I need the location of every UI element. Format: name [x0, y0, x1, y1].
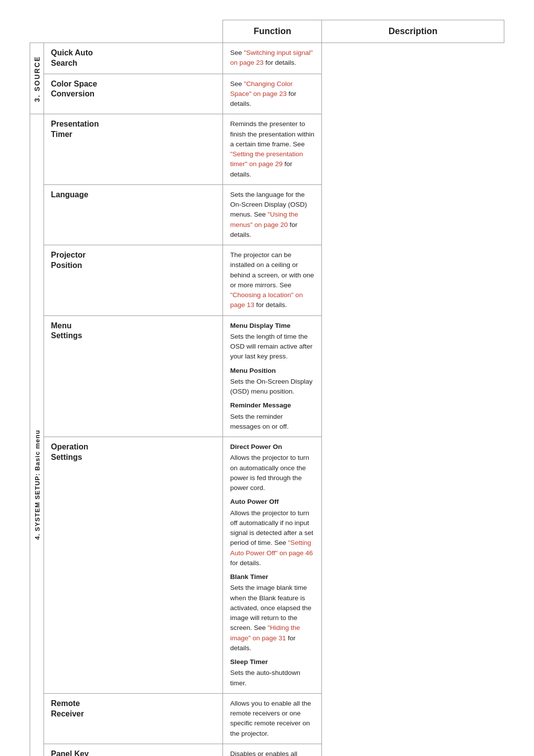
function-panel-key-lock: Panel KeyLock: [44, 744, 223, 756]
link-using-menus[interactable]: "Using the menus" on page 20: [230, 211, 298, 228]
sidebar-system: 4. SYSTEM SETUP: Basic menu: [30, 114, 44, 756]
function-menu-settings: MenuSettings: [44, 315, 223, 437]
main-table: Function Description 3. SOURCE Quick Aut…: [30, 20, 504, 756]
desc-remote-receiver: Allows you to enable all the remote rece…: [223, 693, 322, 744]
desc-panel-key-lock: Disables or enables all panel key functi…: [223, 744, 322, 756]
table-row: MenuSettings Menu Display Time Sets the …: [30, 315, 504, 437]
subsection-title-blank-timer: Blank Timer: [230, 572, 314, 582]
table-row: OperationSettings Direct Power On Allows…: [30, 437, 504, 694]
desc-language: Sets the language for the On-Screen Disp…: [223, 184, 322, 245]
table-row: 4. SYSTEM SETUP: Basic menu Presentation…: [30, 114, 504, 185]
desc-operation-settings: Direct Power On Allows the projector to …: [223, 437, 322, 694]
link-changing-color-space[interactable]: "Changing Color Space" on page 23: [230, 80, 292, 97]
desc-color-space: See "Changing Color Space" on page 23 fo…: [223, 74, 322, 114]
page-content: Function Description 3. SOURCE Quick Aut…: [30, 20, 504, 756]
table-row: Panel KeyLock Disables or enables all pa…: [30, 744, 504, 756]
subsection-direct-power-on: Direct Power On Allows the projector to …: [230, 442, 314, 493]
subsection-text-blank-timer: Sets the image blank time when the Blank…: [230, 584, 311, 652]
table-row: ProjectorPosition The projector can be i…: [30, 245, 504, 316]
header-description: Description: [322, 20, 504, 43]
function-operation-settings: OperationSettings: [44, 437, 223, 694]
desc-presentation-timer: Reminds the presenter to finish the pres…: [223, 114, 322, 185]
subsection-text-auto-power-off: Allows the projector to turn off automat…: [230, 509, 313, 567]
function-language: Language: [44, 184, 223, 245]
table-row: RemoteReceiver Allows you to enable all …: [30, 693, 504, 744]
subsection-text-menu-display-time: Sets the length of time the OSD will rem…: [230, 333, 312, 360]
subsection-title-direct-power-on: Direct Power On: [230, 442, 314, 452]
subsection-reminder-message: Reminder Message Sets the reminder messa…: [230, 400, 314, 432]
subsection-text-reminder-message: Sets the reminder messages on or off.: [230, 413, 288, 430]
subsection-sleep-timer: Sleep Timer Sets the auto-shutdown timer…: [230, 657, 314, 688]
subsection-text-direct-power-on: Allows the projector to turn on automati…: [230, 454, 309, 491]
function-remote-receiver: RemoteReceiver: [44, 693, 223, 744]
link-presentation-timer[interactable]: "Setting the presentation timer" on page…: [230, 150, 303, 168]
link-hiding-image[interactable]: "Hiding the image" on page 31: [230, 624, 300, 641]
header-function: Function: [223, 20, 322, 43]
desc-projector-position: The projector can be installed on a ceil…: [223, 245, 322, 316]
link-auto-power-off[interactable]: "Setting Auto Power Off" on page 46: [230, 539, 312, 556]
function-presentation-timer: PresentationTimer: [44, 114, 223, 185]
subsection-title-sleep-timer: Sleep Timer: [230, 657, 314, 667]
sidebar-source: 3. SOURCE: [30, 43, 44, 114]
subsection-blank-timer: Blank Timer Sets the image blank time wh…: [230, 572, 314, 653]
subsection-menu-position: Menu Position Sets the On-Screen Display…: [230, 366, 314, 397]
function-color-space: Color SpaceConversion: [44, 74, 223, 114]
subsection-menu-display-time: Menu Display Time Sets the length of tim…: [230, 321, 314, 362]
table-row: 3. SOURCE Quick AutoSearch See "Switchin…: [30, 43, 504, 74]
table-row: Language Sets the language for the On-Sc…: [30, 184, 504, 245]
subsection-title-auto-power-off: Auto Power Off: [230, 497, 314, 507]
subsection-title-menu-position: Menu Position: [230, 366, 314, 376]
desc-menu-settings: Menu Display Time Sets the length of tim…: [223, 315, 322, 437]
function-projector-position: ProjectorPosition: [44, 245, 223, 316]
link-switching-input[interactable]: "Switching input signal" on page 23: [230, 49, 312, 66]
link-choosing-location[interactable]: "Choosing a location" on page 13: [230, 291, 303, 309]
subsection-title-menu-display-time: Menu Display Time: [230, 321, 314, 331]
subsection-title-reminder-message: Reminder Message: [230, 400, 314, 410]
function-quick-auto-search: Quick AutoSearch: [44, 43, 223, 74]
subsection-auto-power-off: Auto Power Off Allows the projector to t…: [230, 497, 314, 568]
desc-quick-auto-search: See "Switching input signal" on page 23 …: [223, 43, 322, 74]
subsection-text-menu-position: Sets the On-Screen Display (OSD) menu po…: [230, 378, 312, 395]
table-row: Color SpaceConversion See "Changing Colo…: [30, 74, 504, 114]
subsection-text-sleep-timer: Sets the auto-shutdown timer.: [230, 669, 300, 686]
